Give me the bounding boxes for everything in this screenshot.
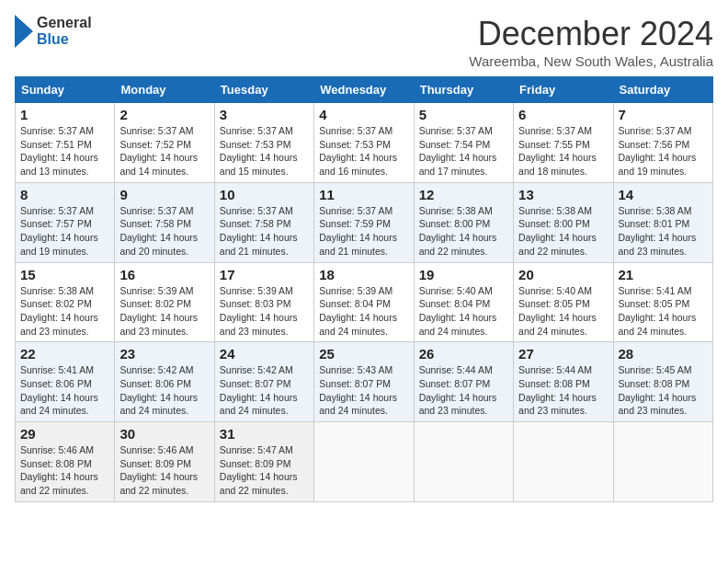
table-cell: 4Sunrise: 5:37 AM Sunset: 7:53 PM Daylig… — [314, 103, 414, 183]
calendar-row: 1Sunrise: 5:37 AM Sunset: 7:51 PM Daylig… — [16, 103, 713, 183]
table-cell: 19Sunrise: 5:40 AM Sunset: 8:04 PM Dayli… — [414, 262, 513, 342]
day-info: Sunrise: 5:37 AM Sunset: 7:58 PM Dayligh… — [119, 204, 209, 259]
title-section: December 2024 Wareemba, New South Wales,… — [469, 15, 713, 69]
day-info: Sunrise: 5:41 AM Sunset: 8:05 PM Dayligh… — [619, 284, 708, 339]
day-info: Sunrise: 5:37 AM Sunset: 7:53 PM Dayligh… — [220, 124, 309, 178]
calendar-row: 8Sunrise: 5:37 AM Sunset: 7:57 PM Daylig… — [16, 182, 713, 262]
month-title: December 2024 — [469, 15, 713, 53]
day-info: Sunrise: 5:43 AM Sunset: 8:07 PM Dayligh… — [319, 363, 408, 418]
day-info: Sunrise: 5:37 AM Sunset: 7:53 PM Dayligh… — [319, 124, 408, 178]
day-info: Sunrise: 5:39 AM Sunset: 8:04 PM Dayligh… — [319, 284, 408, 339]
day-number: 3 — [220, 107, 309, 122]
day-info: Sunrise: 5:41 AM Sunset: 8:06 PM Dayligh… — [20, 363, 109, 418]
day-number: 1 — [20, 107, 109, 122]
calendar-table: Sunday Monday Tuesday Wednesday Thursday… — [15, 76, 713, 502]
day-number: 4 — [319, 107, 408, 122]
col-sunday: Sunday — [16, 77, 115, 103]
table-cell: 29Sunrise: 5:46 AM Sunset: 8:08 PM Dayli… — [16, 422, 115, 502]
table-cell: 24Sunrise: 5:42 AM Sunset: 8:07 PM Dayli… — [214, 342, 313, 422]
day-info: Sunrise: 5:40 AM Sunset: 8:05 PM Dayligh… — [518, 284, 608, 339]
header: General Blue December 2024 Wareemba, New… — [15, 15, 713, 69]
col-wednesday: Wednesday — [314, 77, 414, 103]
day-number: 17 — [220, 267, 309, 282]
day-number: 21 — [619, 267, 708, 282]
day-info: Sunrise: 5:40 AM Sunset: 8:04 PM Dayligh… — [419, 284, 508, 339]
table-cell: 13Sunrise: 5:38 AM Sunset: 8:00 PM Dayli… — [514, 182, 613, 262]
day-number: 2 — [119, 107, 209, 122]
table-cell: 20Sunrise: 5:40 AM Sunset: 8:05 PM Dayli… — [514, 262, 613, 342]
day-number: 9 — [119, 187, 209, 202]
calendar-row: 15Sunrise: 5:38 AM Sunset: 8:02 PM Dayli… — [16, 262, 713, 342]
table-cell — [514, 422, 613, 502]
day-info: Sunrise: 5:38 AM Sunset: 8:00 PM Dayligh… — [518, 204, 608, 259]
table-cell: 8Sunrise: 5:37 AM Sunset: 7:57 PM Daylig… — [16, 182, 115, 262]
day-number: 30 — [119, 426, 209, 442]
table-cell: 15Sunrise: 5:38 AM Sunset: 8:02 PM Dayli… — [16, 262, 115, 342]
table-cell — [314, 422, 414, 502]
table-cell: 10Sunrise: 5:37 AM Sunset: 7:58 PM Dayli… — [214, 182, 313, 262]
page-container: General Blue December 2024 Wareemba, New… — [15, 15, 713, 502]
day-number: 16 — [119, 267, 209, 282]
col-monday: Monday — [115, 77, 214, 103]
table-cell: 1Sunrise: 5:37 AM Sunset: 7:51 PM Daylig… — [16, 103, 115, 183]
location-title: Wareemba, New South Wales, Australia — [469, 53, 713, 69]
day-info: Sunrise: 5:46 AM Sunset: 8:09 PM Dayligh… — [119, 443, 209, 498]
day-info: Sunrise: 5:39 AM Sunset: 8:03 PM Dayligh… — [220, 284, 309, 339]
table-cell: 16Sunrise: 5:39 AM Sunset: 8:02 PM Dayli… — [115, 262, 214, 342]
table-cell: 27Sunrise: 5:44 AM Sunset: 8:08 PM Dayli… — [514, 342, 613, 422]
day-number: 11 — [319, 187, 408, 202]
svg-marker-0 — [15, 15, 33, 48]
day-number: 24 — [220, 346, 309, 362]
day-info: Sunrise: 5:38 AM Sunset: 8:00 PM Dayligh… — [419, 204, 508, 259]
col-friday: Friday — [514, 77, 613, 103]
day-number: 15 — [20, 267, 109, 282]
day-number: 6 — [518, 107, 608, 122]
logo: General Blue — [15, 15, 92, 49]
day-number: 19 — [419, 267, 508, 282]
table-cell: 23Sunrise: 5:42 AM Sunset: 8:06 PM Dayli… — [115, 342, 214, 422]
day-number: 23 — [119, 346, 209, 362]
day-info: Sunrise: 5:37 AM Sunset: 7:54 PM Dayligh… — [419, 124, 508, 178]
col-tuesday: Tuesday — [214, 77, 313, 103]
table-cell: 14Sunrise: 5:38 AM Sunset: 8:01 PM Dayli… — [613, 182, 712, 262]
day-info: Sunrise: 5:38 AM Sunset: 8:02 PM Dayligh… — [20, 284, 109, 339]
day-info: Sunrise: 5:38 AM Sunset: 8:01 PM Dayligh… — [619, 204, 708, 259]
col-saturday: Saturday — [613, 77, 712, 103]
day-info: Sunrise: 5:44 AM Sunset: 8:08 PM Dayligh… — [518, 363, 608, 418]
day-info: Sunrise: 5:42 AM Sunset: 8:06 PM Dayligh… — [119, 363, 209, 418]
day-info: Sunrise: 5:46 AM Sunset: 8:08 PM Dayligh… — [20, 443, 109, 498]
calendar-row: 22Sunrise: 5:41 AM Sunset: 8:06 PM Dayli… — [16, 342, 713, 422]
table-cell — [613, 422, 712, 502]
table-cell: 3Sunrise: 5:37 AM Sunset: 7:53 PM Daylig… — [214, 103, 313, 183]
day-info: Sunrise: 5:42 AM Sunset: 8:07 PM Dayligh… — [220, 363, 309, 418]
day-info: Sunrise: 5:37 AM Sunset: 7:55 PM Dayligh… — [518, 124, 608, 178]
table-cell: 18Sunrise: 5:39 AM Sunset: 8:04 PM Dayli… — [314, 262, 414, 342]
day-info: Sunrise: 5:37 AM Sunset: 7:52 PM Dayligh… — [119, 124, 209, 178]
day-info: Sunrise: 5:47 AM Sunset: 8:09 PM Dayligh… — [220, 443, 309, 498]
day-number: 29 — [20, 426, 109, 442]
table-cell: 6Sunrise: 5:37 AM Sunset: 7:55 PM Daylig… — [514, 103, 613, 183]
table-cell: 28Sunrise: 5:45 AM Sunset: 8:08 PM Dayli… — [613, 342, 712, 422]
day-number: 25 — [319, 346, 408, 362]
table-cell: 26Sunrise: 5:44 AM Sunset: 8:07 PM Dayli… — [414, 342, 513, 422]
table-cell: 11Sunrise: 5:37 AM Sunset: 7:59 PM Dayli… — [314, 182, 414, 262]
day-info: Sunrise: 5:37 AM Sunset: 7:51 PM Dayligh… — [20, 124, 109, 178]
calendar-row: 29Sunrise: 5:46 AM Sunset: 8:08 PM Dayli… — [16, 422, 713, 502]
table-cell: 7Sunrise: 5:37 AM Sunset: 7:56 PM Daylig… — [613, 103, 712, 183]
day-number: 7 — [619, 107, 708, 122]
table-cell — [414, 422, 513, 502]
table-cell: 21Sunrise: 5:41 AM Sunset: 8:05 PM Dayli… — [613, 262, 712, 342]
day-info: Sunrise: 5:45 AM Sunset: 8:08 PM Dayligh… — [619, 363, 708, 418]
day-info: Sunrise: 5:37 AM Sunset: 7:58 PM Dayligh… — [220, 204, 309, 259]
table-cell: 30Sunrise: 5:46 AM Sunset: 8:09 PM Dayli… — [115, 422, 214, 502]
calendar-header-row: Sunday Monday Tuesday Wednesday Thursday… — [16, 77, 713, 103]
table-cell: 25Sunrise: 5:43 AM Sunset: 8:07 PM Dayli… — [314, 342, 414, 422]
day-info: Sunrise: 5:37 AM Sunset: 7:56 PM Dayligh… — [619, 124, 708, 178]
table-cell: 9Sunrise: 5:37 AM Sunset: 7:58 PM Daylig… — [115, 182, 214, 262]
day-number: 14 — [619, 187, 708, 202]
day-number: 31 — [220, 426, 309, 442]
table-cell: 17Sunrise: 5:39 AM Sunset: 8:03 PM Dayli… — [214, 262, 313, 342]
day-number: 28 — [619, 346, 708, 362]
day-info: Sunrise: 5:37 AM Sunset: 7:57 PM Dayligh… — [20, 204, 109, 259]
day-number: 5 — [419, 107, 508, 122]
